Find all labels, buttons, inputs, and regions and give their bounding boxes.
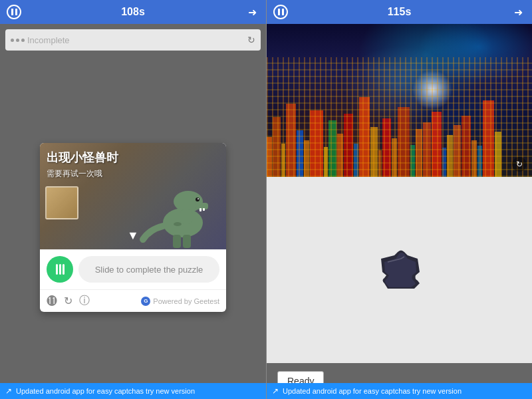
url-refresh-icon[interactable]: ↻	[247, 35, 255, 45]
left-content-area: 出现小怪兽时 需要再试一次哦 ▼ Slide to complete the p…	[0, 56, 266, 399]
left-timer: 108s	[121, 6, 145, 18]
captcha-widget: 出现小怪兽时 需要再试一次哦 ▼ Slide to complete the p…	[40, 143, 226, 312]
slider-label: Slide to complete the puzzle	[95, 265, 203, 275]
svg-rect-7	[180, 209, 193, 224]
left-bottom-banner: ↗ Updated android app for easy captchas …	[0, 383, 266, 399]
city-image: ↻	[267, 24, 532, 177]
right-timer: 115s	[388, 6, 412, 18]
svg-point-4	[198, 198, 199, 200]
url-bar[interactable]: Incomplete ↻	[5, 29, 261, 51]
city-refresh-icon[interactable]: ↻	[512, 157, 527, 172]
dinosaur-icon	[136, 176, 209, 249]
slider-handle[interactable]	[47, 256, 73, 283]
right-pause-button[interactable]	[273, 5, 288, 19]
svg-rect-6	[203, 208, 205, 211]
banner-arrow-icon: ↗	[5, 386, 12, 396]
powered-by: G Powered by Geetest	[141, 297, 219, 306]
info-icon[interactable]: ⓘ	[79, 294, 90, 308]
dots-icon	[11, 39, 25, 42]
left-banner-text: Updated android app for easy captchas tr…	[16, 387, 195, 395]
left-forward-button[interactable]: ➜	[245, 5, 259, 19]
slider-track[interactable]: Slide to complete the puzzle	[78, 256, 219, 283]
refresh-icon[interactable]: ↻	[64, 295, 72, 307]
puzzle-piece-drop	[374, 249, 424, 292]
right-forward-button[interactable]: ➜	[511, 5, 525, 19]
svg-rect-5	[200, 208, 201, 211]
captcha-title: 出现小怪兽时	[47, 150, 118, 166]
svg-point-8	[174, 222, 182, 226]
captcha-slider[interactable]: Slide to complete the puzzle	[40, 249, 226, 289]
svg-rect-10	[183, 235, 191, 248]
dino-area	[133, 170, 213, 249]
right-banner-arrow-icon: ↗	[272, 386, 279, 396]
slider-bars-icon	[56, 264, 65, 275]
geetest-icon: G	[141, 297, 150, 306]
captcha-image: 出现小怪兽时 需要再试一次哦 ▼	[40, 143, 226, 249]
left-header: 108s ➜	[0, 0, 266, 24]
svg-rect-2	[195, 203, 208, 209]
arrow-down-icon: ▼	[127, 229, 139, 243]
right-banner-text: Updated android app for easy captchas tr…	[283, 387, 462, 395]
left-pause-button[interactable]	[7, 5, 21, 19]
left-panel: 108s ➜ Incomplete ↻	[0, 0, 266, 399]
right-content-wrapper: ↻ Ready	[267, 24, 532, 399]
right-bottom-banner: ↗ Updated android app for easy captchas …	[267, 383, 532, 399]
svg-point-3	[196, 198, 200, 201]
puzzle-drop-area	[267, 177, 532, 363]
captcha-subtitle: 需要再试一次哦	[47, 168, 102, 180]
right-header: 115s ➜	[267, 0, 532, 24]
close-icon[interactable]: ⓫	[47, 295, 57, 307]
powered-by-text: Powered by Geetest	[153, 297, 219, 305]
city-background	[267, 24, 532, 177]
captcha-footer: ⓫ ↻ ⓘ G Powered by Geetest	[40, 289, 226, 312]
puzzle-piece-left	[45, 186, 78, 219]
svg-rect-9	[173, 235, 181, 248]
url-text: Incomplete	[27, 35, 245, 45]
pause-icon	[11, 9, 17, 15]
city-lights	[267, 57, 532, 177]
right-panel: 115s ➜	[266, 0, 532, 399]
right-pause-icon	[278, 9, 284, 15]
